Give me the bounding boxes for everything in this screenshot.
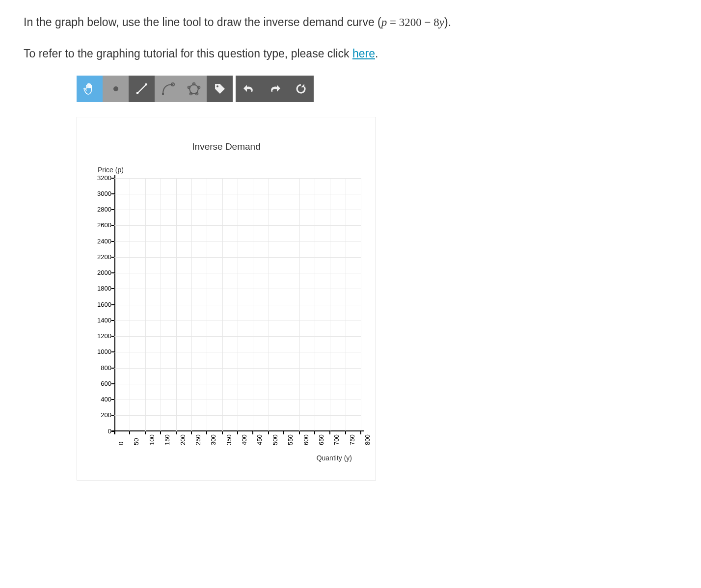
grid-line-horizontal xyxy=(114,241,361,242)
y-tick-label: 2600 xyxy=(97,221,111,231)
x-tick-label: 50 xyxy=(132,438,141,445)
y-tick-mark xyxy=(111,336,114,337)
y-tick-label: 1400 xyxy=(97,316,111,325)
grid-line-horizontal xyxy=(114,415,361,416)
y-tick-mark xyxy=(111,272,114,273)
grid-line-horizontal xyxy=(114,305,361,305)
undo-icon xyxy=(243,84,255,94)
svg-rect-3 xyxy=(145,83,147,85)
chart-title: Inverse Demand xyxy=(86,140,367,154)
undo-button[interactable] xyxy=(236,76,262,102)
grid-line-horizontal xyxy=(114,384,361,384)
y-tick-label: 400 xyxy=(101,395,111,404)
x-tick-label: 0 xyxy=(116,441,126,445)
prompt-suffix: ). xyxy=(444,16,451,28)
grid-line-horizontal xyxy=(114,257,361,258)
tag-icon xyxy=(214,82,226,95)
y-tick-mark xyxy=(111,368,114,369)
line-tool-button[interactable] xyxy=(129,76,155,102)
graph-toolbar xyxy=(77,76,677,102)
point-tool-button[interactable] xyxy=(103,76,129,102)
svg-point-0 xyxy=(113,86,118,91)
polygon-tool-button[interactable] xyxy=(181,76,207,102)
grid-line-horizontal xyxy=(114,273,361,273)
y-tick-label: 800 xyxy=(101,363,111,373)
y-tick-mark xyxy=(111,399,114,400)
x-tick-label: 250 xyxy=(193,434,203,445)
tutorial-link[interactable]: here xyxy=(352,47,375,60)
y-tick-label: 1200 xyxy=(97,331,111,341)
y-tick-mark xyxy=(111,304,114,305)
redo-button[interactable] xyxy=(262,76,288,102)
grid-line-horizontal xyxy=(114,352,361,352)
x-tick-label: 300 xyxy=(209,434,218,445)
x-axis-label: Quantity (y) xyxy=(86,453,352,463)
y-tick-mark xyxy=(111,383,114,384)
y-tick-mark xyxy=(111,320,114,321)
eq-minus: − xyxy=(422,16,433,28)
tutorial-line: To refer to the graphing tutorial for th… xyxy=(24,45,677,62)
y-tick-label: 0 xyxy=(108,427,111,436)
grid-line-horizontal xyxy=(114,225,361,226)
x-tick-label: 350 xyxy=(224,434,234,445)
y-tick-mark xyxy=(111,415,114,416)
tutorial-prefix: To refer to the graphing tutorial for th… xyxy=(24,47,352,60)
x-tick-label: 150 xyxy=(162,434,172,445)
x-tick-label: 400 xyxy=(240,434,249,445)
grid-line-horizontal xyxy=(114,400,361,400)
x-tick-label: 600 xyxy=(301,434,311,445)
y-tick-mark xyxy=(111,288,114,289)
redo-icon xyxy=(269,84,281,94)
grid-line-horizontal xyxy=(114,368,361,369)
y-tick-mark xyxy=(111,257,114,258)
x-tick-label: 450 xyxy=(255,434,265,445)
grid-line-horizontal xyxy=(114,210,361,210)
y-tick-label: 2800 xyxy=(97,205,111,214)
eq-var-p: p xyxy=(381,16,387,28)
grid-line-vertical xyxy=(361,178,361,431)
x-tick-label: 550 xyxy=(286,434,296,445)
y-tick-label: 2000 xyxy=(97,268,111,278)
label-tool-button[interactable] xyxy=(207,76,233,102)
y-tick-label: 3200 xyxy=(97,173,111,183)
y-tick-mark xyxy=(111,193,114,194)
eq-var-y: y xyxy=(439,16,444,28)
y-tick-label: 1600 xyxy=(97,300,111,310)
y-tick-label: 3000 xyxy=(97,189,111,199)
svg-rect-4 xyxy=(162,93,164,95)
y-axis-label: Price (p) xyxy=(98,165,367,175)
pan-tool-button[interactable] xyxy=(77,76,103,102)
polygon-icon xyxy=(187,81,201,96)
dot-icon xyxy=(112,85,120,93)
grid-line-horizontal xyxy=(114,336,361,337)
x-tick-label: 650 xyxy=(317,434,326,445)
svg-rect-2 xyxy=(136,92,138,94)
y-tick-mark xyxy=(111,209,114,210)
svg-point-12 xyxy=(216,85,218,87)
y-axis-ticks: 0200400600800100012001400160018002000220… xyxy=(88,178,111,431)
curve-tool-button[interactable] xyxy=(155,76,181,102)
x-tick-label: 750 xyxy=(348,434,357,445)
tutorial-suffix: . xyxy=(375,47,378,60)
curve-icon xyxy=(161,81,175,96)
svg-line-1 xyxy=(137,84,146,93)
grid-line-horizontal xyxy=(114,178,361,179)
eq-equals: = xyxy=(387,16,399,28)
y-tick-label: 600 xyxy=(101,379,111,389)
y-tick-label: 1800 xyxy=(97,284,111,294)
grid-line-horizontal xyxy=(114,321,361,321)
grid-line-horizontal xyxy=(114,289,361,289)
x-axis-ticks: 0501001502002503003504004505005506006507… xyxy=(114,431,361,449)
reset-icon xyxy=(295,83,307,95)
y-tick-label: 2200 xyxy=(97,252,111,262)
grid-line-horizontal xyxy=(114,194,361,194)
x-tick-label: 800 xyxy=(363,434,373,445)
reset-button[interactable] xyxy=(288,76,314,102)
plot-area[interactable] xyxy=(114,178,361,431)
x-tick-label: 500 xyxy=(270,434,280,445)
eq-const: 3200 xyxy=(399,16,422,28)
x-tick-label: 100 xyxy=(147,434,157,445)
y-tick-mark xyxy=(111,225,114,226)
eq-coeff: 8 xyxy=(433,16,439,28)
y-tick-label: 2400 xyxy=(97,237,111,246)
